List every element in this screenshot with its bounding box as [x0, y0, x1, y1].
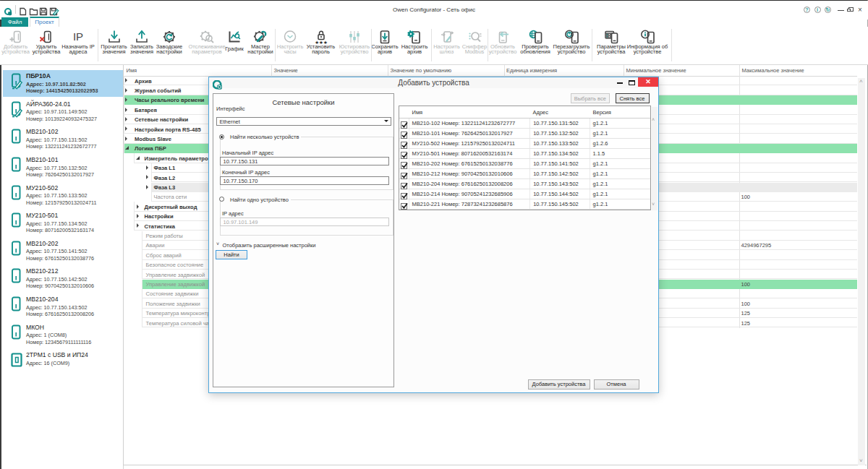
svg-text:IP: IP — [73, 30, 83, 43]
